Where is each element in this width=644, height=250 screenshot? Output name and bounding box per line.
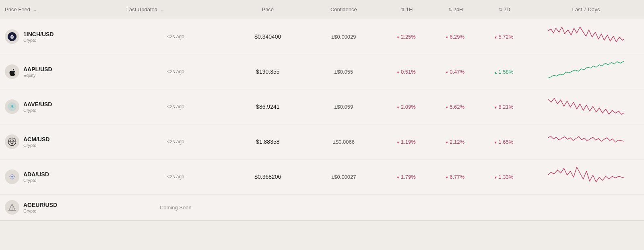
header-last7days: Last 7 Days	[528, 0, 644, 19]
table-row[interactable]: ADA/USD Crypto <2s ago$0.368206±$0.00027…	[0, 159, 644, 194]
1inch-icon	[5, 29, 19, 44]
feed-type-ageur-usd: Crypto	[23, 209, 57, 213]
feed-name-aave-usd: AAVE/USD	[23, 101, 52, 107]
header-1h[interactable]: ⇅ 1H	[382, 0, 430, 19]
change-1h-ageur-usd	[382, 194, 430, 221]
change-1h-ada-usd: 1.79%	[382, 159, 430, 194]
svg-point-14	[13, 178, 14, 179]
svg-point-15	[10, 175, 11, 176]
change-7d-acm-usd: 1.65%	[479, 124, 528, 159]
feed-name-aapl-usd: AAPL/USD	[23, 66, 52, 72]
header-price-feed[interactable]: Price Feed ⌄	[0, 0, 122, 19]
table-row[interactable]: AAPL/USD Equity <2s ago$190.355±$0.0550.…	[0, 54, 644, 89]
svg-point-12	[13, 175, 14, 176]
change-7d-ageur-usd	[479, 194, 528, 221]
feed-type-aave-usd: Crypto	[23, 108, 52, 113]
change-1h-aapl-usd: 0.51%	[382, 54, 430, 89]
price-1inch-usd: $0.340400	[230, 19, 306, 54]
sort-icon-1h: ⇅	[401, 7, 405, 12]
svg-point-13	[10, 178, 11, 179]
svg-point-9	[12, 178, 13, 180]
acm-icon	[5, 134, 19, 149]
last-updated-acm-usd: <2s ago	[122, 124, 230, 159]
price-aave-usd: $86.9241	[230, 89, 306, 124]
feed-name-ageur-usd: AGEUR/USD	[23, 202, 57, 208]
header-7d[interactable]: ⇅ 7D	[479, 0, 528, 19]
feed-cell-1inch-usd: 1INCH/USD Crypto	[0, 19, 122, 54]
feed-type-aapl-usd: Equity	[23, 73, 52, 78]
price-ageur-usd	[230, 194, 306, 221]
feed-type-ada-usd: Crypto	[23, 178, 49, 183]
last-updated-ageur-usd: Coming Soon	[122, 194, 230, 221]
price-acm-usd: $1.88358	[230, 124, 306, 159]
feed-cell-aapl-usd: AAPL/USD Equity	[0, 54, 122, 89]
confidence-acm-usd: ±$0.0066	[306, 124, 382, 159]
sort-icon-24h: ⇅	[448, 7, 452, 12]
feed-name-1inch-usd: 1INCH/USD	[23, 31, 54, 37]
table-row[interactable]: 1INCH/USD Crypto <2s ago$0.340400±$0.000…	[0, 19, 644, 54]
price-aapl-usd: $190.355	[230, 54, 306, 89]
feed-cell-ada-usd: ADA/USD Crypto	[0, 159, 122, 194]
header-price: Price	[230, 0, 306, 19]
header-confidence: Confidence	[306, 0, 382, 19]
change-24h-aapl-usd: 0.47%	[430, 54, 479, 89]
ageur-icon	[5, 200, 19, 215]
price-feed-table: Price Feed ⌄ Last Updated ⌄ Price Confid…	[0, 0, 644, 221]
change-1h-aave-usd: 2.09%	[382, 89, 430, 124]
chart-ageur-usd	[528, 194, 644, 221]
table-row[interactable]: A AAVE/USD Crypto <2s ago$86.9241±$0.059…	[0, 89, 644, 124]
change-7d-aapl-usd: 1.58%	[479, 54, 528, 89]
change-1h-acm-usd: 1.19%	[382, 124, 430, 159]
chart-1inch-usd	[528, 19, 644, 54]
last-updated-ada-usd: <2s ago	[122, 159, 230, 194]
confidence-aapl-usd: ±$0.055	[306, 54, 382, 89]
confidence-ageur-usd	[306, 194, 382, 221]
change-7d-aave-usd: 8.21%	[479, 89, 528, 124]
change-1h-1inch-usd: 2.25%	[382, 19, 430, 54]
sort-icon-pricefeed: ⌄	[33, 7, 37, 12]
feed-cell-aave-usd: A AAVE/USD Crypto	[0, 89, 122, 124]
change-24h-acm-usd: 2.12%	[430, 124, 479, 159]
feed-cell-acm-usd: ACM/USD Crypto	[0, 124, 122, 159]
last-updated-aave-usd: <2s ago	[122, 89, 230, 124]
change-24h-1inch-usd: 6.29%	[430, 19, 479, 54]
feed-type-1inch-usd: Crypto	[23, 38, 54, 43]
feed-type-acm-usd: Crypto	[23, 143, 50, 148]
svg-text:A: A	[10, 104, 14, 109]
change-24h-ageur-usd	[430, 194, 479, 221]
apple-icon	[5, 64, 19, 79]
sort-icon-lastupdated: ⌄	[161, 7, 164, 12]
chart-aave-usd	[528, 89, 644, 124]
ada-icon	[5, 169, 19, 184]
header-last-updated[interactable]: Last Updated ⌄	[122, 0, 230, 19]
svg-point-11	[9, 176, 10, 178]
aave-icon: A	[5, 99, 19, 114]
svg-point-7	[11, 176, 12, 177]
feed-name-acm-usd: ACM/USD	[23, 136, 50, 143]
feed-name-ada-usd: ADA/USD	[23, 171, 49, 178]
price-ada-usd: $0.368206	[230, 159, 306, 194]
change-7d-1inch-usd: 5.72%	[479, 19, 528, 54]
table-row[interactable]: AGEUR/USD Crypto Coming Soon	[0, 194, 644, 221]
chart-ada-usd	[528, 159, 644, 194]
chart-acm-usd	[528, 124, 644, 159]
last-updated-aapl-usd: <2s ago	[122, 54, 230, 89]
confidence-1inch-usd: ±$0.00029	[306, 19, 382, 54]
header-24h[interactable]: ⇅ 24H	[430, 0, 479, 19]
confidence-ada-usd: ±$0.00027	[306, 159, 382, 194]
table-row[interactable]: ACM/USD Crypto <2s ago$1.88358±$0.00661.…	[0, 124, 644, 159]
feed-cell-ageur-usd: AGEUR/USD Crypto	[0, 194, 122, 221]
sort-icon-7d: ⇅	[499, 7, 502, 12]
last-updated-1inch-usd: <2s ago	[122, 19, 230, 54]
svg-point-10	[14, 176, 15, 178]
change-24h-aave-usd: 5.62%	[430, 89, 479, 124]
change-24h-ada-usd: 6.77%	[430, 159, 479, 194]
change-7d-ada-usd: 1.33%	[479, 159, 528, 194]
chart-aapl-usd	[528, 54, 644, 89]
svg-point-8	[12, 174, 13, 175]
confidence-aave-usd: ±$0.059	[306, 89, 382, 124]
